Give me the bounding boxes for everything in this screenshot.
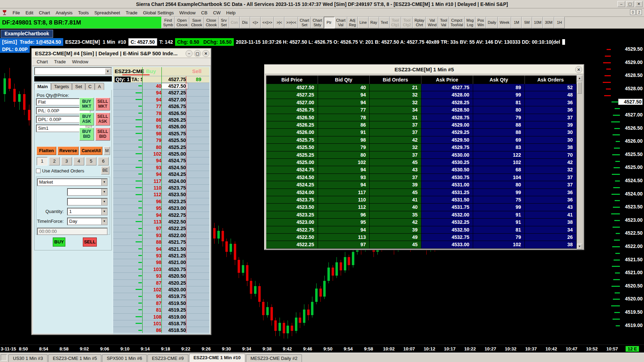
toolbar-find-symb[interactable]: Find Symb: [161, 17, 175, 28]
toolbar-week[interactable]: Week: [498, 17, 511, 28]
ladder-buy-qty[interactable]: 113: [143, 219, 161, 225]
chart-tab[interactable]: MESZ23-CME Daily #2: [246, 354, 302, 362]
ladder-buy-qty[interactable]: 91: [143, 124, 161, 129]
quantity-select[interactable]: 1 ▼: [67, 208, 108, 215]
toolbar-cmpct-toolval[interactable]: Cmpct ToolVal: [449, 17, 465, 28]
toolbar--[interactable]: <<|>>: [261, 17, 274, 28]
toolbar-chart-val[interactable]: Chart Val: [334, 17, 347, 28]
qty-preset-5[interactable]: 5: [86, 157, 96, 165]
buy-bid-button[interactable]: BUY BID: [79, 128, 94, 141]
chart-tab[interactable]: US30 1 Min #3: [8, 354, 48, 362]
depth-header-ask-orders[interactable]: Ask Orders: [525, 76, 577, 84]
flatten-button[interactable]: Flatten: [37, 147, 56, 155]
menu-analysis[interactable]: Analysis: [53, 9, 75, 16]
menu-cb[interactable]: CB: [198, 9, 210, 16]
menu-global-settings[interactable]: Global Settings: [140, 9, 176, 16]
depth-header-ask-qty[interactable]: Ask Qty: [473, 76, 525, 84]
ladder-buy-qty[interactable]: 88: [143, 239, 161, 245]
dom-maximize-icon[interactable]: ▢: [194, 50, 201, 57]
ladder-buy-qty[interactable]: 117: [143, 178, 161, 184]
dom-menu-trade[interactable]: Trade: [52, 58, 68, 65]
sell-ask-button[interactable]: SELL ASK: [95, 113, 110, 126]
price2-select[interactable]: ▼: [67, 198, 108, 206]
cancel-all-button[interactable]: CancelAll: [80, 147, 102, 155]
toolbar-srv-set[interactable]: Srv Set: [219, 17, 229, 28]
ladder-buy-qty[interactable]: 94: [143, 158, 161, 163]
toolbar-save-cbook[interactable]: Save Cbook: [189, 17, 204, 28]
order-type-select[interactable]: Market ▼: [37, 178, 108, 186]
chart-tab[interactable]: ESZ23-CME 1 Min #5: [48, 354, 101, 362]
menu-window[interactable]: Window: [176, 9, 198, 16]
chevron-down-icon[interactable]: ▼: [101, 179, 107, 185]
time-axis[interactable]: 3-11-158:508:548:589:029:069:109:149:189…: [0, 345, 644, 353]
ladder-buy-qty[interactable]: 98: [143, 260, 161, 265]
toolbar-chart-stdy[interactable]: Chart Stdy: [311, 17, 324, 28]
chart-tab[interactable]: ESZ23-CME 1 Min #10: [189, 354, 245, 362]
buy-button[interactable]: BUY: [53, 237, 65, 247]
toolbar-adj-reg[interactable]: Adj Reg: [347, 17, 358, 28]
ladder-buy-qty[interactable]: 110: [143, 185, 161, 191]
ladder-buy-qty[interactable]: 80: [143, 144, 161, 150]
order-tab-targets[interactable]: Targets: [51, 83, 72, 90]
order-tab-main[interactable]: Main: [34, 83, 51, 90]
ladder-buy-qty[interactable]: 87: [143, 300, 161, 306]
depth-header-bid-qty[interactable]: Bid Qty: [318, 76, 370, 84]
toolbar-text[interactable]: Text: [379, 17, 390, 28]
ladder-buy-qty[interactable]: 94: [143, 90, 161, 95]
dom-close-icon[interactable]: ✕: [202, 50, 209, 57]
menu-cw[interactable]: CW: [210, 9, 224, 16]
ladder-buy-qty[interactable]: 78: [143, 111, 161, 116]
symbol-combo[interactable]: ▼: [34, 67, 112, 75]
price1-select[interactable]: ▼: [67, 188, 108, 196]
qty-preset-3[interactable]: 3: [61, 157, 72, 165]
reverse-button[interactable]: Reverse: [58, 147, 79, 155]
ladder-buy-qty[interactable]: 86: [143, 327, 161, 333]
ladder-sell-qty[interactable]: 89: [187, 77, 201, 82]
toolbar-10m[interactable]: 10M: [532, 17, 543, 28]
buy-ask-button[interactable]: BUY ASK: [79, 113, 94, 126]
ladder-buy-qty[interactable]: 81: [143, 307, 161, 313]
chart-tab[interactable]: ESZ23-CME #9: [147, 354, 188, 362]
ladder-buy-qty[interactable]: 40: [143, 83, 161, 89]
scroll-up-icon[interactable]: ▲: [577, 76, 582, 81]
chart-tab[interactable]: SPX500 1 Min #6: [102, 354, 146, 362]
toolbar-30m[interactable]: 30M: [543, 17, 554, 28]
toolbar-ray[interactable]: Ray: [369, 17, 379, 28]
toolbar-pos-win[interactable]: Pos Win: [476, 17, 486, 28]
minimize-icon[interactable]: –: [617, 1, 625, 7]
toolbar-close-cbook[interactable]: Close Cbook: [204, 17, 219, 28]
use-attached-orders-checkbox[interactable]: [36, 169, 41, 173]
depth-header-bid-orders[interactable]: Bid Orders: [370, 76, 421, 84]
toolbar-tool-val[interactable]: Tool Val: [438, 17, 449, 28]
ladder-buy-qty[interactable]: 79: [143, 137, 161, 143]
ladder-buy-qty[interactable]: 87: [143, 280, 161, 286]
ladder-buy-qty[interactable]: 93: [143, 273, 161, 279]
time-field[interactable]: 00:00:00: [37, 228, 108, 235]
depth-window-titlebar[interactable]: ESZ23-CME[M] 1 Min #5 ✕: [265, 65, 584, 74]
ladder-buy-qty[interactable]: 90: [143, 293, 161, 299]
ladder-buy-qty[interactable]: 94: [143, 171, 161, 177]
sell-bid-button[interactable]: SELL BID: [95, 128, 110, 141]
qty-preset-4[interactable]: 4: [73, 157, 84, 165]
ladder-buy-qty[interactable]: 86: [143, 117, 161, 123]
ladder-buy-qty[interactable]: 94: [143, 97, 161, 102]
toolbar-val-wind[interactable]: Val Wind: [426, 17, 438, 28]
qty-preset-6[interactable]: 6: [98, 157, 109, 165]
toolbar-daily[interactable]: Daily: [486, 17, 498, 28]
ladder-buy-qty[interactable]: 93: [143, 165, 161, 170]
toolbar-chart-set[interactable]: Chart Set: [298, 17, 311, 28]
close-icon[interactable]: ✕: [635, 1, 643, 7]
ladder-buy-qty[interactable]: 94: [143, 246, 161, 252]
menu-edit[interactable]: Edit: [23, 9, 36, 16]
dom-window-titlebar[interactable]: ESZ23-CME[M] #4 [Sim] | Delayed | E-Mini…: [32, 49, 211, 58]
ladder-buy-qty[interactable]: 112: [143, 192, 161, 197]
m-button[interactable]: M: [104, 147, 110, 155]
menu-chart[interactable]: Chart: [36, 9, 53, 16]
dom-menu-chart[interactable]: Chart: [34, 58, 50, 65]
ladder-buy-qty[interactable]: 102: [143, 151, 161, 157]
toolbar--[interactable]: >|<: [274, 17, 284, 28]
chevron-down-icon[interactable]: ▼: [101, 208, 107, 215]
depth-close-icon[interactable]: ✕: [575, 66, 582, 73]
chevron-down-icon[interactable]: ▼: [101, 189, 107, 195]
toolbar--[interactable]: >>|<<: [284, 17, 298, 28]
